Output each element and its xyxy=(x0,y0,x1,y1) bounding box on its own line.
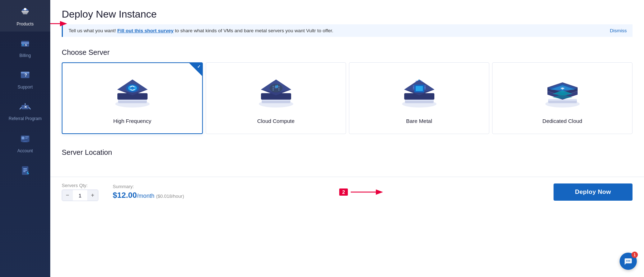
server-location-section: Server Location xyxy=(50,143,644,162)
sidebar-item-account-label: Account xyxy=(17,148,33,153)
qty-increase-button[interactable]: + xyxy=(87,190,98,201)
cloud-compute-icon xyxy=(255,73,298,112)
svg-rect-65 xyxy=(413,87,414,88)
high-frequency-icon xyxy=(111,73,154,112)
svg-point-86 xyxy=(626,261,627,262)
price-hourly: ($0.018/hour) xyxy=(156,194,184,199)
server-location-title: Server Location xyxy=(62,143,633,162)
sidebar-item-products-label: Products xyxy=(17,22,33,27)
svg-text:✕: ✕ xyxy=(24,105,27,109)
price-amount: $12.00 xyxy=(113,191,137,200)
server-card-bare-metal[interactable]: Bare Metal xyxy=(349,62,489,134)
sidebar-item-billing[interactable]: $ Billing xyxy=(0,32,50,63)
sidebar-item-support[interactable]: ? Support xyxy=(0,63,50,95)
sidebar-item-billing-label: Billing xyxy=(19,53,31,58)
sidebar-item-referral[interactable]: ✕ Referral Program xyxy=(0,95,50,127)
svg-point-88 xyxy=(629,261,630,262)
dedicated-cloud-icon xyxy=(541,73,584,112)
svg-rect-0 xyxy=(22,11,29,12)
dismiss-button[interactable]: Dismiss xyxy=(610,28,627,33)
svg-rect-18 xyxy=(22,137,24,139)
svg-rect-71 xyxy=(418,80,419,81)
server-cards-container: High Frequency xyxy=(50,62,644,143)
bottom-bar: Servers Qty: − 1 + Summary: $12.00/month… xyxy=(50,177,644,207)
svg-rect-64 xyxy=(413,86,414,86)
qty-value: 1 xyxy=(76,192,84,199)
price-period: /month xyxy=(137,193,154,199)
server-card-dedicated-cloud[interactable]: Dedicated Cloud xyxy=(492,62,633,134)
selected-checkmark xyxy=(189,63,202,76)
svg-text:$: $ xyxy=(25,43,27,47)
svg-rect-1 xyxy=(22,12,28,13)
main-content: 1 Deploy New Instance Tell us what you w… xyxy=(50,0,644,277)
page-title: Deploy New Instance xyxy=(62,9,633,20)
sidebar-item-referral-label: Referral Program xyxy=(9,116,42,122)
svg-point-55 xyxy=(278,89,279,90)
svg-rect-70 xyxy=(416,81,417,82)
qty-decrease-button[interactable]: − xyxy=(62,190,73,201)
survey-link[interactable]: Fill out this short survey xyxy=(117,28,174,33)
products-icon xyxy=(18,5,32,19)
svg-rect-72 xyxy=(421,81,422,82)
svg-rect-20 xyxy=(25,138,28,139)
svg-point-87 xyxy=(628,261,629,262)
high-frequency-label: High Frequency xyxy=(113,118,151,124)
chat-icon xyxy=(624,257,633,266)
account-icon xyxy=(18,132,32,146)
referral-icon: ✕ xyxy=(18,100,32,114)
svg-rect-67 xyxy=(424,86,426,86)
annotation-2-number: 2 xyxy=(339,188,348,196)
deploy-now-button[interactable]: Deploy Now xyxy=(554,183,633,201)
qty-control: − 1 + xyxy=(62,190,98,201)
svg-rect-49 xyxy=(277,85,278,88)
survey-post-text: to share what kinds of VMs and bare meta… xyxy=(174,28,333,33)
summary-section: Summary: $12.00/month ($0.018/hour) xyxy=(113,184,184,200)
sidebar-item-account[interactable]: Account xyxy=(0,127,50,158)
sidebar: Products $ Billing ? Support xyxy=(0,0,50,277)
summary-label: Summary: xyxy=(113,184,184,189)
bare-metal-icon xyxy=(398,73,441,112)
bare-metal-label: Bare Metal xyxy=(406,118,432,124)
svg-point-7 xyxy=(22,44,24,46)
svg-point-54 xyxy=(278,87,279,89)
svg-text:?: ? xyxy=(24,73,27,78)
server-card-cloud-compute[interactable]: Cloud Compute xyxy=(206,62,346,134)
orders-icon xyxy=(18,163,32,178)
svg-rect-48 xyxy=(276,85,276,88)
svg-rect-66 xyxy=(413,89,414,89)
svg-line-14 xyxy=(20,107,22,109)
svg-point-53 xyxy=(278,86,279,87)
svg-rect-68 xyxy=(424,87,426,88)
survey-text: Tell us what you want! Fill out this sho… xyxy=(69,28,333,33)
svg-point-50 xyxy=(272,86,274,87)
sidebar-item-orders[interactable] xyxy=(0,158,50,183)
chat-widget-button[interactable]: 1 xyxy=(620,253,637,270)
svg-rect-69 xyxy=(424,89,426,89)
server-card-high-frequency[interactable]: High Frequency xyxy=(62,62,203,134)
svg-rect-63 xyxy=(416,86,423,91)
dedicated-cloud-label: Dedicated Cloud xyxy=(542,118,582,124)
cloud-compute-label: Cloud Compute xyxy=(257,118,294,124)
svg-rect-2 xyxy=(23,13,27,14)
svg-point-51 xyxy=(272,87,274,89)
svg-rect-19 xyxy=(25,137,29,137)
qty-section: Servers Qty: − 1 + xyxy=(62,183,98,201)
qty-label: Servers Qty: xyxy=(62,183,98,188)
support-icon: ? xyxy=(18,68,32,82)
svg-line-15 xyxy=(29,107,31,109)
survey-banner: Tell us what you want! Fill out this sho… xyxy=(62,24,633,37)
sidebar-item-support-label: Support xyxy=(18,85,33,90)
sidebar-item-products[interactable]: Products xyxy=(0,0,50,32)
page-header: Deploy New Instance xyxy=(50,0,644,24)
annotation-2: 2 xyxy=(339,187,387,197)
billing-icon: $ xyxy=(18,37,32,51)
svg-point-52 xyxy=(272,89,274,90)
chat-badge-count: 1 xyxy=(631,252,638,258)
survey-pre-text: Tell us what you want! xyxy=(69,28,117,33)
choose-server-title: Choose Server xyxy=(50,43,644,62)
